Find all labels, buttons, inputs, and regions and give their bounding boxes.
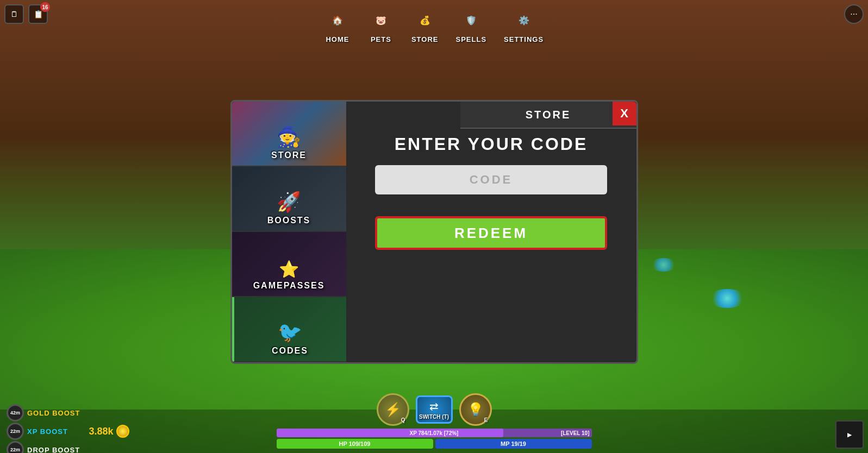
sidebar-item-codes[interactable]: 🐦 CODES [232,297,346,362]
gamepasses-tab-icon: ⭐ [279,260,299,278]
sidebar-boosts-label: BOOSTS [267,216,311,225]
sidebar-codes-label: CODES [272,346,308,356]
sidebar-gamepasses-label: GAMEPASSES [253,281,325,291]
redeem-button[interactable]: REDEEM [375,216,607,250]
sidebar-item-store[interactable]: 🧙 STORE [232,102,346,167]
boosts-tab-icon: 🚀 [277,191,301,213]
codes-tab-icon-container: 🐦 [278,321,302,344]
store-right-panel: STORE X ENTER YOUR CODE REDEEM [346,102,636,362]
boosts-tab-icon-container: 🚀 [277,191,301,213]
gamepasses-tab-icon-container: ⭐ [279,260,299,279]
store-sidebar: 🧙 STORE 🚀 BOOSTS ⭐ GAMEPASSES [232,102,346,362]
store-tab-icon: 🧙 [277,125,301,148]
store-title-bar: STORE [460,102,636,129]
store-modal: 🧙 STORE 🚀 BOOSTS ⭐ GAMEPASSES [230,100,638,364]
sidebar-item-gamepasses[interactable]: ⭐ GAMEPASSES [232,232,346,297]
enter-code-heading: ENTER YOUR CODE [395,134,588,154]
store-tab-icon-container: 🧙 [277,125,301,148]
sidebar-store-label: STORE [271,150,307,160]
code-input-field[interactable] [375,165,607,194]
codes-tab-icon: 🐦 [278,321,302,343]
modal-overlay: 🧙 STORE 🚀 BOOSTS ⭐ GAMEPASSES [0,0,868,453]
close-button[interactable]: X [613,102,636,125]
sidebar-item-boosts[interactable]: 🚀 BOOSTS [232,167,346,232]
store-title: STORE [526,109,571,121]
